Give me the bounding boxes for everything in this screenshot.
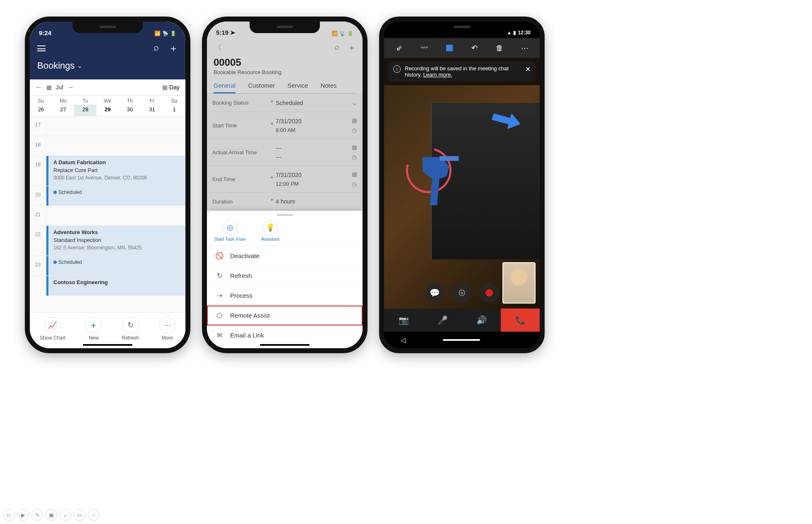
refresh-button[interactable]: ↻ Refresh: [122, 317, 139, 341]
battery-icon: ▮: [513, 30, 516, 36]
assistant-button[interactable]: 💡 Assistant: [261, 220, 280, 242]
recording-banner: i Recording will be saved in the meeting…: [388, 61, 536, 82]
agenda-list[interactable]: 17 18 19 A Datum Fabrication Replace Cor…: [30, 116, 185, 312]
home-pill[interactable]: [443, 339, 480, 341]
show-chart-button[interactable]: 📈 Show Chart: [40, 317, 66, 341]
agenda-event[interactable]: Adventure Works Standard Inspection 162 …: [46, 226, 185, 256]
call-controls: 📷 🎤 🔊 📞: [384, 309, 540, 332]
email-link-item[interactable]: ✉Email a Link: [207, 325, 363, 345]
capture-button[interactable]: ⦾: [452, 283, 472, 303]
phone-notch: [427, 22, 497, 33]
next-arrow-icon[interactable]: →: [67, 84, 74, 91]
back-icon[interactable]: ◁: [401, 336, 406, 344]
more-icon: ⋯: [163, 321, 171, 330]
bottom-toolbar: 📈 Show Chart ＋ New ↻ Refresh ⋯ More: [30, 312, 185, 348]
status-time: 9:24: [39, 29, 51, 36]
calendar-icon[interactable]: ▦: [352, 144, 357, 151]
search-icon[interactable]: ⌕: [334, 42, 339, 53]
phone-booking-detail: 5:19 ➤ 📶 📡 🔋 〈 ⌕ ＋ 00005 Bookable Resour…: [202, 17, 368, 353]
end-call-button[interactable]: 📞: [501, 309, 540, 332]
clock-icon[interactable]: ◷: [352, 181, 357, 187]
field-arrival-time[interactable]: Actual Arrival Time * --- --- ▦◷: [207, 139, 363, 166]
shape-tool[interactable]: [444, 42, 455, 54]
info-icon: i: [393, 65, 401, 73]
wifi-icon: 📡: [162, 31, 168, 36]
record-number: 00005: [214, 57, 356, 68]
more-button[interactable]: ⋯ More: [159, 317, 175, 341]
month-label: Jul: [56, 84, 63, 91]
home-indicator[interactable]: [83, 344, 132, 346]
add-icon[interactable]: ＋: [348, 42, 356, 53]
field-booking-status[interactable]: Booking Status * Scheduled ⌄: [207, 93, 363, 112]
remote-assist-item[interactable]: ⬡Remote Assist: [207, 306, 363, 325]
calendar-icon[interactable]: ▦: [46, 84, 52, 91]
deactivate-icon: 🚫: [215, 252, 223, 260]
agenda-event[interactable]: Scheduled: [46, 256, 185, 275]
record-button[interactable]: [479, 283, 499, 303]
view-selector[interactable]: Day: [169, 84, 180, 91]
prev-arrow-icon[interactable]: ←: [36, 84, 42, 91]
trash-icon[interactable]: 🗑: [494, 42, 505, 54]
chart-icon: 📈: [48, 321, 57, 330]
phone-notch: [72, 22, 143, 33]
close-icon[interactable]: ✕: [525, 65, 531, 73]
phone-bookings: 9:24 📶 📡 🔋 ⌕ ＋ Bookings ⌄ ←: [25, 17, 190, 353]
status-time: 5:19: [216, 29, 228, 36]
agenda-event[interactable]: Contoso Engineering: [46, 276, 185, 296]
action-sheet: ◎ Start Task Flow 💡 Assistant 🚫Deactivat…: [207, 211, 363, 348]
refresh-item[interactable]: ↻Refresh: [207, 266, 363, 286]
page-title-dropdown[interactable]: Bookings ⌄: [37, 60, 178, 71]
process-item[interactable]: ⇢Process: [207, 286, 363, 306]
add-icon[interactable]: ＋: [169, 42, 178, 55]
tab-customer[interactable]: Customer: [248, 79, 275, 93]
field-duration[interactable]: Duration * 4 hours: [207, 193, 363, 211]
location-icon: ➤: [230, 29, 235, 36]
bulb-icon: 💡: [266, 223, 275, 232]
tab-general[interactable]: General: [214, 79, 235, 93]
plus-icon: ＋: [90, 320, 97, 330]
email-icon: ✉: [215, 331, 223, 339]
clock-icon[interactable]: ◷: [352, 127, 357, 134]
new-button[interactable]: ＋ New: [85, 317, 102, 341]
app-header: ⌕ ＋ Bookings ⌄: [30, 38, 185, 79]
back-icon[interactable]: 〈: [214, 42, 222, 53]
search-icon[interactable]: ⌕: [154, 42, 159, 55]
field-start-time[interactable]: Start Time * 7/31/2020 8:00 AM ▦◷: [207, 112, 363, 139]
home-indicator[interactable]: [260, 344, 310, 346]
week-header: Su Mo Tu We Th Fr Sa: [30, 96, 185, 105]
start-task-flow-button[interactable]: ◎ Start Task Flow: [214, 220, 245, 242]
form-area: Booking Status * Scheduled ⌄ Start Time …: [207, 93, 363, 211]
shrink-icon[interactable]: ⇙: [393, 42, 405, 54]
status-dot-icon: [53, 191, 57, 194]
mic-toggle[interactable]: 🎤: [423, 309, 462, 332]
deactivate-item[interactable]: 🚫Deactivate: [207, 246, 363, 266]
clock-icon[interactable]: ◷: [352, 154, 357, 160]
status-time: 12:30: [518, 30, 531, 36]
calendar-icon: ▦: [162, 84, 168, 91]
agenda-event[interactable]: A Datum Fabrication Replace Core Part 30…: [46, 156, 185, 186]
draw-icon[interactable]: 〰: [418, 42, 430, 54]
field-end-time[interactable]: End Time * 7/31/2020 12:00 PM ▦◷: [207, 166, 363, 193]
learn-more-link[interactable]: Learn more.: [423, 72, 452, 78]
menu-icon[interactable]: [37, 45, 46, 51]
selected-date[interactable]: 28: [74, 105, 96, 116]
camera-toggle[interactable]: 📷: [384, 309, 423, 332]
self-video-pip[interactable]: [502, 262, 536, 304]
wifi-icon: 📡: [339, 31, 346, 36]
battery-icon: 🔋: [347, 31, 353, 36]
page-title: Bookings: [37, 60, 75, 71]
calendar-icon[interactable]: ▦: [352, 117, 357, 124]
agenda-event[interactable]: Scheduled: [46, 186, 185, 206]
tab-notes[interactable]: Notes: [320, 79, 336, 93]
video-feed[interactable]: 💬 ⦾: [384, 85, 540, 309]
phone-remote-assist-call: ▲ ▮ 12:30 ⇙ 〰 ↶ 🗑 ⋯ i Recording will be …: [379, 17, 545, 353]
undo-icon[interactable]: ↶: [468, 42, 480, 54]
sheet-grabber[interactable]: [276, 214, 293, 216]
chat-button[interactable]: 💬: [425, 283, 444, 303]
android-nav-bar: ◁: [384, 332, 540, 348]
more-icon[interactable]: ⋯: [519, 42, 531, 54]
calendar-icon[interactable]: ▦: [352, 171, 357, 177]
tab-service[interactable]: Service: [287, 79, 308, 93]
speaker-toggle[interactable]: 🔊: [462, 309, 501, 332]
calendar-bar: ← ▦ Jul → ▦ Day: [30, 79, 185, 96]
